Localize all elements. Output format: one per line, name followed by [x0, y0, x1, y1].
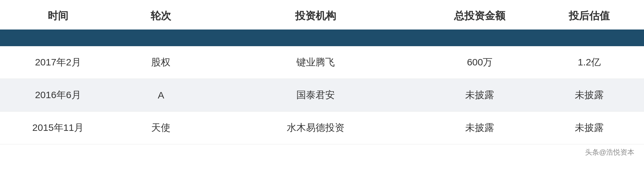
cell-institution: 键业腾飞: [206, 46, 425, 79]
table-row: 2017年2月股权键业腾飞600万1.2亿: [0, 46, 644, 79]
investment-table: 时间 轮次 投资机构 总投资金额 投后估值 2017年2月股权键业腾飞600万1…: [0, 0, 644, 144]
cell-institution: 水木易德投资: [206, 112, 425, 144]
cell-total_investment: 未披露: [425, 112, 535, 144]
header-time: 时间: [0, 0, 116, 30]
table-row: 2015年11月天使水木易德投资未披露未披露: [0, 112, 644, 144]
watermark: 头条@浩悦资本: [0, 144, 644, 160]
table-header-row: 时间 轮次 投资机构 总投资金额 投后估值: [0, 0, 644, 30]
header-total-investment: 总投资金额: [425, 0, 535, 30]
header-separator: [0, 30, 644, 46]
cell-total_investment: 未披露: [425, 79, 535, 112]
cell-institution: 国泰君安: [206, 79, 425, 112]
table-row: 2016年6月A国泰君安未披露未披露: [0, 79, 644, 112]
cell-time: 2016年6月: [0, 79, 116, 112]
cell-post_valuation: 1.2亿: [534, 46, 644, 79]
cell-round: 天使: [116, 112, 206, 144]
cell-time: 2017年2月: [0, 46, 116, 79]
watermark-text: 头条@浩悦资本: [585, 148, 634, 156]
cell-time: 2015年11月: [0, 112, 116, 144]
cell-post_valuation: 未披露: [534, 79, 644, 112]
header-post-valuation: 投后估值: [534, 0, 644, 30]
cell-round: A: [116, 79, 206, 112]
cell-round: 股权: [116, 46, 206, 79]
header-round: 轮次: [116, 0, 206, 30]
separator-cell: [0, 30, 644, 46]
header-institution: 投资机构: [206, 0, 425, 30]
investment-table-container: 时间 轮次 投资机构 总投资金额 投后估值 2017年2月股权键业腾飞600万1…: [0, 0, 644, 178]
cell-post_valuation: 未披露: [534, 112, 644, 144]
cell-total_investment: 600万: [425, 46, 535, 79]
